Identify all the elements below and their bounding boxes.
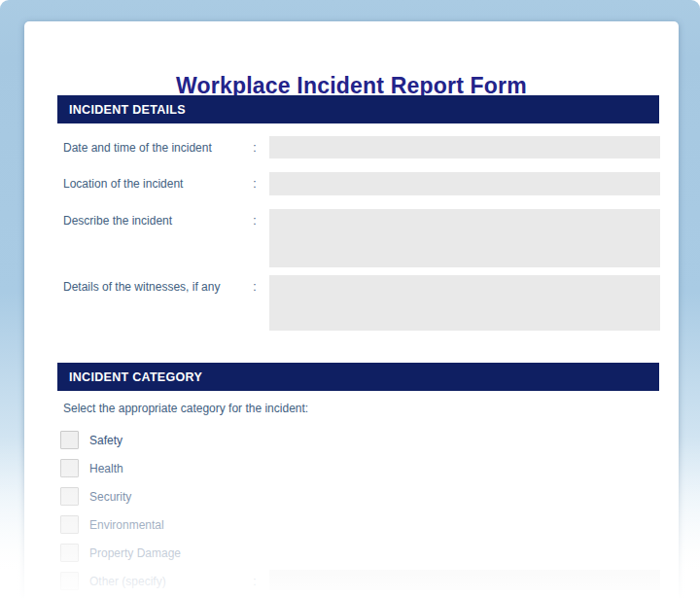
option-label-health: Health: [89, 462, 123, 475]
location-input[interactable]: [269, 172, 660, 195]
location-colon: :: [250, 172, 260, 194]
option-label-property-damage: Property Damage: [89, 546, 181, 560]
option-row-property-damage: Property Damage: [60, 544, 181, 562]
date-time-input[interactable]: [269, 136, 660, 158]
section-header-incident-category: INCIDENT CATEGORY: [57, 363, 659, 391]
option-label-safety: Safety: [89, 434, 122, 447]
option-row-security: Security: [60, 487, 131, 506]
option-label-security: Security: [89, 490, 131, 504]
page-background: Workplace Incident Report Form INCIDENT …: [0, 0, 700, 598]
section-header-incident-details: INCIDENT DETAILS: [57, 95, 659, 123]
checkbox-property-damage[interactable]: [60, 544, 79, 562]
option-row-health: Health: [60, 459, 123, 477]
date-time-colon: :: [250, 136, 260, 158]
other-specify-input[interactable]: [269, 570, 660, 590]
option-row-environmental: Environmental: [60, 515, 164, 534]
witnesses-label: Details of the witnesses, if any: [63, 275, 248, 298]
section-header-label: INCIDENT CATEGORY: [69, 370, 202, 384]
describe-label: Describe the incident: [63, 209, 248, 231]
checkbox-safety[interactable]: [60, 431, 79, 449]
option-label-environmental: Environmental: [89, 518, 164, 532]
category-intro-text: Select the appropriate category for the …: [63, 402, 308, 415]
option-label-other: Other (specify): [89, 575, 166, 588]
location-label: Location of the incident: [63, 172, 248, 194]
incident-report-form-card: Workplace Incident Report Form INCIDENT …: [24, 21, 679, 598]
section-header-label: INCIDENT DETAILS: [69, 103, 186, 117]
other-colon: :: [250, 570, 260, 592]
describe-textarea[interactable]: [269, 209, 660, 267]
checkbox-health[interactable]: [60, 459, 79, 477]
checkbox-environmental[interactable]: [60, 515, 79, 534]
witnesses-textarea[interactable]: [269, 275, 660, 331]
checkbox-security[interactable]: [60, 487, 79, 506]
option-row-safety: Safety: [60, 431, 122, 449]
describe-colon: :: [250, 209, 260, 231]
checkbox-other[interactable]: [60, 572, 79, 590]
witnesses-colon: :: [250, 275, 260, 298]
option-row-other: Other (specify): [60, 572, 166, 590]
date-time-label: Date and time of the incident: [63, 136, 248, 158]
